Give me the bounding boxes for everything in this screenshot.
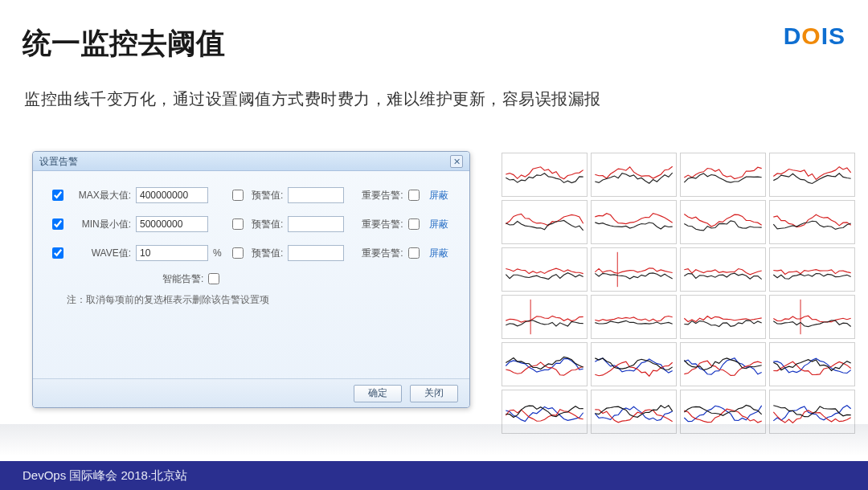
close-icon[interactable]: ✕: [450, 155, 463, 168]
row-smart: 智能告警:: [43, 267, 460, 290]
wave-shield-link[interactable]: 屏蔽: [429, 247, 448, 260]
chart-thumbnail: [769, 153, 855, 197]
max-label: MAX最大值:: [75, 189, 131, 202]
smart-label: 智能告警:: [162, 272, 203, 286]
svg-rect-8: [506, 248, 583, 291]
chart-thumbnail: [591, 295, 677, 339]
max-prewarn-input[interactable]: [288, 187, 344, 203]
max-value-input[interactable]: [136, 187, 208, 203]
chart-thumbnail: [680, 153, 766, 197]
chart-thumbnail-grid: [502, 153, 855, 434]
min-important-label: 重要告警:: [362, 218, 403, 231]
brand-o: O: [801, 22, 821, 49]
wave-important-checkbox[interactable]: [408, 247, 420, 259]
alert-settings-dialog: 设置告警 ✕ MAX最大值: 预警值: 重要告警: 屏蔽 MIN最小值: 预警值…: [32, 151, 470, 408]
max-prewarn-checkbox[interactable]: [232, 190, 244, 201]
chart-thumbnail: [769, 390, 855, 434]
min-prewarn-input[interactable]: [288, 216, 344, 232]
min-value-input[interactable]: [136, 216, 208, 232]
row-min: MIN最小值: 预警值: 重要告警: 屏蔽: [43, 210, 460, 239]
min-shield-link[interactable]: 屏蔽: [429, 218, 448, 231]
chart-thumbnail: [769, 200, 855, 244]
slide-footer: DevOps 国际峰会 2018·北京站: [0, 461, 868, 490]
slide-subtitle: 监控曲线千变万化，通过设置阈值方式费时费力，难以维护更新，容易误报漏报: [24, 88, 601, 110]
chart-thumbnail: [591, 247, 677, 292]
dialog-footer: 确定 关闭: [33, 378, 469, 407]
chart-thumbnail: [502, 153, 588, 197]
row-wave: WAVE值: % 预警值: 重要告警: 屏蔽: [43, 239, 460, 267]
svg-rect-13: [506, 296, 583, 338]
wave-prewarn-label: 预警值:: [252, 247, 283, 260]
dialog-titlebar: 设置告警 ✕: [33, 152, 469, 171]
chart-thumbnail: [680, 200, 766, 244]
chart-thumbnail: [502, 295, 588, 339]
svg-rect-16: [684, 296, 761, 338]
chart-thumbnail: [769, 342, 855, 386]
svg-rect-17: [773, 296, 850, 338]
svg-rect-7: [773, 201, 850, 243]
dialog-note: 注：取消每项前的复选框表示删除该告警设置项: [43, 293, 460, 307]
wave-enable-checkbox[interactable]: [52, 247, 63, 259]
wave-value-input[interactable]: [136, 245, 208, 261]
ok-button[interactable]: 确定: [354, 385, 402, 402]
wave-unit: %: [213, 247, 227, 259]
svg-rect-4: [506, 201, 583, 243]
wave-label: WAVE值:: [75, 247, 131, 260]
chart-thumbnail: [502, 247, 588, 292]
dialog-body: MAX最大值: 预警值: 重要告警: 屏蔽 MIN最小值: 预警值: 重要告警:…: [33, 171, 469, 307]
svg-rect-12: [773, 248, 850, 291]
chart-thumbnail: [680, 247, 766, 292]
wave-prewarn-checkbox[interactable]: [232, 247, 244, 259]
brand-logo: DOIS: [784, 22, 845, 50]
svg-rect-26: [773, 390, 850, 433]
wave-prewarn-input[interactable]: [288, 245, 344, 261]
chart-thumbnail: [591, 200, 677, 244]
chart-thumbnail: [680, 295, 766, 339]
svg-rect-19: [506, 343, 583, 386]
row-max: MAX最大值: 预警值: 重要告警: 屏蔽: [43, 181, 460, 210]
min-important-checkbox[interactable]: [408, 218, 420, 230]
min-prewarn-label: 预警值:: [252, 218, 283, 231]
chart-thumbnail: [591, 153, 677, 197]
svg-rect-22: [773, 343, 850, 386]
min-enable-checkbox[interactable]: [52, 218, 63, 230]
svg-rect-25: [684, 390, 761, 433]
brand-i: I: [821, 22, 829, 49]
chart-thumbnail: [502, 390, 588, 434]
close-button[interactable]: 关闭: [410, 385, 458, 402]
min-label: MIN最小值:: [75, 218, 131, 231]
chart-thumbnail: [680, 390, 766, 434]
footer-text: DevOps 国际峰会 2018·北京站: [23, 468, 187, 484]
brand-s: S: [829, 22, 845, 49]
max-important-label: 重要告警:: [362, 189, 403, 202]
chart-thumbnail: [591, 390, 677, 434]
chart-thumbnail: [502, 200, 588, 244]
svg-rect-23: [506, 390, 583, 433]
wave-important-label: 重要告警:: [362, 247, 403, 260]
smart-checkbox[interactable]: [208, 273, 219, 284]
dialog-title-text: 设置告警: [39, 152, 78, 171]
chart-thumbnail: [502, 342, 588, 386]
chart-thumbnail: [591, 342, 677, 386]
max-prewarn-label: 预警值:: [252, 189, 283, 202]
chart-thumbnail: [680, 342, 766, 386]
chart-thumbnail: [769, 247, 855, 292]
max-enable-checkbox[interactable]: [52, 190, 63, 201]
brand-d: D: [784, 22, 802, 49]
max-shield-link[interactable]: 屏蔽: [429, 189, 448, 202]
chart-thumbnail: [769, 295, 855, 339]
slide-title: 统一监控去阈值: [23, 24, 225, 63]
max-important-checkbox[interactable]: [408, 190, 420, 201]
min-prewarn-checkbox[interactable]: [232, 218, 244, 230]
